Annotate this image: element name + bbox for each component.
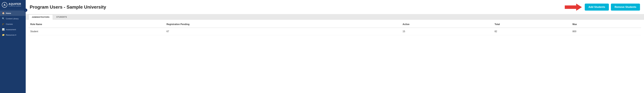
svg-text:A: A xyxy=(4,3,6,7)
sidebar-logo-title: AQUIFER xyxy=(8,3,21,5)
svg-marker-2 xyxy=(565,4,582,11)
col-registration-pending: Registration Pending xyxy=(165,21,401,28)
assessment-icon: 📊 xyxy=(2,28,4,31)
main-content: Program Users - Sample University Add St… xyxy=(26,0,644,93)
search-icon: 🔍 xyxy=(2,17,4,20)
aquifer-logo-icon: A xyxy=(2,2,8,8)
sidebar-item-courses-label: Courses xyxy=(6,23,13,25)
page-title: Program Users - Sample University xyxy=(30,5,106,10)
remove-students-button[interactable]: Remove Students xyxy=(611,4,640,11)
cell-role-name: Student xyxy=(28,28,165,35)
table-header-row: Role Name Registration Pending Active To… xyxy=(28,21,641,28)
sidebar-item-content-library[interactable]: 🔍 Content Library xyxy=(0,16,26,21)
add-students-button[interactable]: Add Students xyxy=(585,4,609,11)
col-active: Active xyxy=(401,21,493,28)
cell-max: 800 xyxy=(571,28,641,35)
tabs-bar: ADMINISTRATORS STUDENTS xyxy=(26,14,644,20)
sidebar-item-home[interactable]: 🏠 Home xyxy=(0,11,26,16)
content-area: Role Name Registration Pending Active To… xyxy=(26,20,644,93)
sidebar-logo: A AQUIFER Powered by Aqueduct xyxy=(0,0,26,9)
sidebar-item-home-label: Home xyxy=(6,12,11,14)
tab-administrators[interactable]: ADMINISTRATORS xyxy=(28,15,53,20)
table-row: Student 67 15 82 800 xyxy=(28,28,641,35)
sidebar-item-content-library-label: Content Library xyxy=(6,18,18,20)
cell-active: 15 xyxy=(401,28,493,35)
sidebar-collapse-button[interactable]: ‹ xyxy=(24,9,27,12)
sidebar-item-assessment[interactable]: 📊 Assessment xyxy=(0,27,26,32)
courses-icon: 🎓 xyxy=(2,23,4,25)
sidebar-nav: 🏠 Home 🔍 Content Library 🎓 Courses 📊 Ass… xyxy=(0,9,26,38)
sidebar-item-resources-label: Resources ▾ xyxy=(6,34,16,36)
cell-total: 82 xyxy=(493,28,571,35)
col-max: Max xyxy=(571,21,641,28)
sidebar-logo-subtitle: Powered by Aqueduct xyxy=(8,5,21,7)
header: Program Users - Sample University Add St… xyxy=(26,0,644,14)
col-total: Total xyxy=(493,21,571,28)
sidebar-item-resources[interactable]: 📁 Resources ▾ xyxy=(0,32,26,38)
tab-students[interactable]: STUDENTS xyxy=(53,14,70,20)
sidebar: A AQUIFER Powered by Aqueduct 🏠 Home 🔍 C… xyxy=(0,0,26,93)
resources-icon: 📁 xyxy=(2,34,4,36)
arrow-icon xyxy=(565,3,582,12)
cell-registration-pending: 67 xyxy=(165,28,401,35)
header-actions: Add Students Remove Students xyxy=(565,3,640,12)
home-icon: 🏠 xyxy=(2,12,4,15)
col-role-name: Role Name xyxy=(28,21,165,28)
sidebar-item-assessment-label: Assessment xyxy=(6,29,16,31)
sidebar-item-courses[interactable]: 🎓 Courses xyxy=(0,21,26,27)
red-arrow-svg xyxy=(565,3,582,12)
users-table: Role Name Registration Pending Active To… xyxy=(28,21,641,35)
